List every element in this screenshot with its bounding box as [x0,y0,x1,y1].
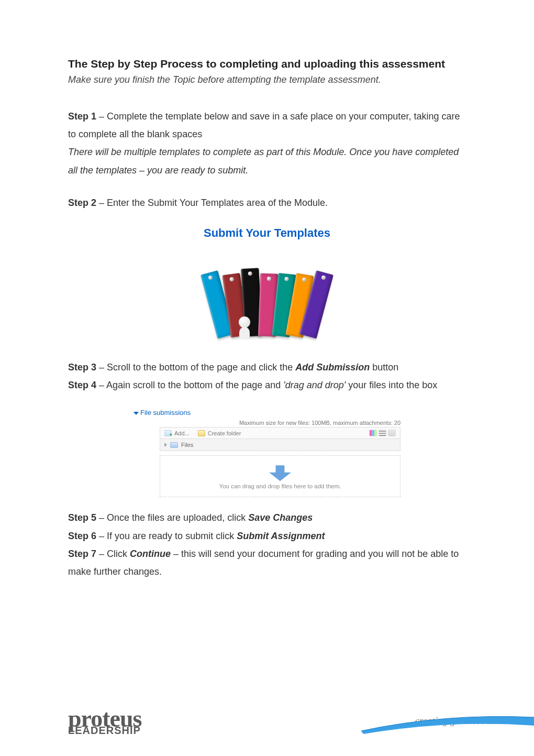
save-changes-term: Save Changes [248,512,313,523]
step-3-text-b: button [370,362,398,372]
step-1-label: Step 1 [68,111,96,122]
download-arrow-icon [269,465,291,481]
files-label: Files [181,442,193,448]
folder-icon [170,442,178,448]
create-folder-icon [198,430,205,436]
step-7-label: Step 7 [68,549,96,559]
add-file-button[interactable]: Add... [164,430,190,436]
figurine-icon [239,316,250,339]
files-breadcrumb[interactable]: Files [160,439,400,451]
step-3-label: Step 3 [68,362,96,372]
proteus-logo: proteus LEADERSHIP [68,709,141,735]
page-title: The Step by Step Process to completing a… [68,58,466,70]
view-list-button[interactable] [379,430,386,436]
submit-assignment-term: Submit Assignment [237,531,325,541]
file-submissions-header[interactable]: File submissions [134,409,400,417]
step-6: Step 6 – If you are ready to submit clic… [68,527,466,545]
file-submissions-screenshot: File submissions Maximum size for new fi… [68,409,466,497]
add-submission-term: Add Submission [295,362,370,372]
logo-text-bottom: LEADERSHIP [68,727,141,735]
step-1-text-a: – Complete the template below and save i… [68,111,460,139]
expand-icon [164,443,167,447]
view-tree-button[interactable] [388,430,396,436]
step-6-text: – If you are ready to submit click [96,531,237,541]
file-toolbar: Add... Create folder [160,427,400,439]
step-4-text-b: your files into the box [346,380,437,390]
continue-term: Continue [130,549,171,559]
add-file-label: Add... [174,430,190,436]
create-folder-label: Create folder [208,430,241,436]
step-5: Step 5 – Once the files are uploaded, cl… [68,509,466,527]
step-4-text-a: – Again scroll to the bottom of the page… [96,380,283,390]
dropzone-text: You can drag and drop files here to add … [165,483,395,489]
step-6-label: Step 6 [68,531,96,541]
submit-templates-illustration: Submit Your Templates [68,226,466,338]
step-4: Step 4 – Again scroll to the bottom of t… [68,376,466,394]
step-5-text: – Once the files are uploaded, click [96,512,248,523]
step-2: Step 2 – Enter the Submit Your Templates… [68,194,466,212]
collapse-icon [134,412,139,415]
add-file-icon [164,430,172,436]
swoosh-icon [361,710,534,736]
step-3: Step 3 – Scroll to the bottom of the pag… [68,358,466,376]
drag-and-drop-term: 'drag and drop' [283,380,346,390]
step-4-label: Step 4 [68,380,96,390]
page-subtitle: Make sure you finish the Topic before at… [68,74,466,85]
view-icons-button[interactable] [369,430,377,436]
step-7: Step 7 – Click Continue – this will send… [68,545,466,580]
step-1: Step 1 – Complete the template below and… [68,107,466,179]
step-7-text-a: – Click [96,549,130,559]
binders-graphic [188,247,346,336]
create-folder-button[interactable]: Create folder [198,430,241,436]
max-size-text: Maximum size for new files: 100MB, maxim… [134,420,400,426]
step-3-text-a: – Scroll to the bottom of the page and c… [96,362,295,372]
step-5-label: Step 5 [68,512,96,523]
submit-templates-heading: Submit Your Templates [188,226,346,240]
tagline-area: creating great leaders [361,708,534,735]
step-2-text: – Enter the Submit Your Templates area o… [96,198,328,208]
step-1-text-b: There will be multiple templates to comp… [68,143,466,179]
page-footer: proteus LEADERSHIP creating great leader… [68,708,534,735]
file-submissions-label: File submissions [140,409,191,417]
file-dropzone[interactable]: You can drag and drop files here to add … [160,455,400,497]
step-2-label: Step 2 [68,198,96,208]
